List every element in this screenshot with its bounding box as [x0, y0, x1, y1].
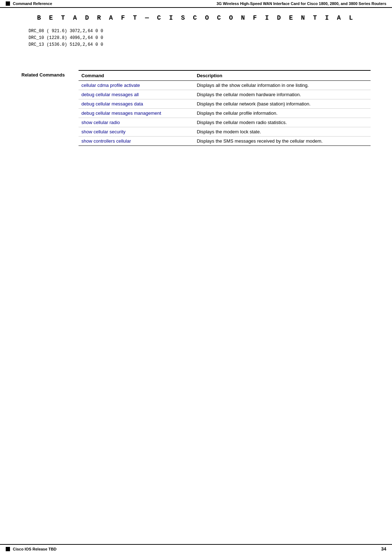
code-line-1: DRC_08 ( 921.6) 3072,2,64 0 0	[29, 28, 371, 35]
header-section: Command Reference	[13, 1, 52, 6]
description-cell: Displays the SMS messages received by th…	[194, 136, 371, 145]
col-header-description: Description	[194, 70, 371, 81]
section-label-col: Related Commands	[21, 70, 79, 146]
header-title: 3G Wireless High-Speed WAN Interface Car…	[216, 1, 386, 6]
description-cell: Displays the cellular modem radio statis…	[194, 118, 371, 127]
col-header-command: Command	[79, 70, 194, 81]
code-line-3: DRC_13 (1536.0) 5120,2,64 0 0	[29, 41, 371, 48]
command-link[interactable]: show cellular security	[81, 129, 126, 134]
command-link[interactable]: cellular cdma profile activate	[81, 83, 140, 88]
description-cell: Displays the modem lock state.	[194, 127, 371, 136]
description-cell: Displays the cellular profile informatio…	[194, 108, 371, 118]
table-row: show cellular radioDisplays the cellular…	[79, 118, 371, 127]
related-commands-table: Command Description cellular cdma profil…	[79, 70, 371, 146]
table-row: show cellular securityDisplays the modem…	[79, 127, 371, 136]
command-cell[interactable]: show controllers cellular	[79, 136, 194, 145]
table-row: debug cellular messages dataDisplays the…	[79, 99, 371, 108]
command-cell[interactable]: debug cellular messages all	[79, 90, 194, 99]
top-bar-icon	[6, 1, 10, 6]
command-link[interactable]: debug cellular messages management	[81, 110, 161, 116]
main-content: B E T A D R A F T — C I S C O C O N F I …	[0, 8, 392, 167]
description-cell: Displays all the show cellular informati…	[194, 80, 371, 90]
table-row: cellular cdma profile activateDisplays a…	[79, 80, 371, 90]
beta-draft-heading: B E T A D R A F T — C I S C O C O N F I …	[21, 8, 371, 28]
top-bar: Command Reference 3G Wireless High-Speed…	[0, 0, 392, 8]
section-divider	[21, 59, 371, 66]
description-cell: Displays the cellular network (base stat…	[194, 99, 371, 108]
top-bar-left: Command Reference	[6, 1, 52, 6]
code-line-2: DRC_10 (1228.8) 4096,2,64 0 0	[29, 35, 371, 41]
related-commands-label: Related Commands	[21, 69, 72, 78]
command-link[interactable]: show cellular radio	[81, 120, 120, 125]
bottom-bar-icon	[6, 547, 10, 551]
command-link[interactable]: debug cellular messages all	[81, 92, 139, 97]
table-row: debug cellular messages managementDispla…	[79, 108, 371, 118]
command-cell[interactable]: debug cellular messages data	[79, 99, 194, 108]
table-row: show controllers cellularDisplays the SM…	[79, 136, 371, 145]
right-table-col: Command Description cellular cdma profil…	[79, 70, 371, 146]
command-link[interactable]: show controllers cellular	[81, 138, 131, 144]
command-cell[interactable]: debug cellular messages management	[79, 108, 194, 118]
command-cell[interactable]: show cellular radio	[79, 118, 194, 127]
bottom-bar-left: Cisco IOS Release TBD	[6, 547, 56, 551]
two-col-layout: Related Commands Command Description cel…	[21, 70, 371, 146]
page-wrapper: Command Reference 3G Wireless High-Speed…	[0, 0, 392, 553]
description-cell: Displays the cellular modem hardware inf…	[194, 90, 371, 99]
code-block: DRC_08 ( 921.6) 3072,2,64 0 0 DRC_10 (12…	[21, 28, 371, 49]
command-link[interactable]: debug cellular messages data	[81, 101, 143, 107]
command-cell[interactable]: show cellular security	[79, 127, 194, 136]
table-row: debug cellular messages allDisplays the …	[79, 90, 371, 99]
page-number: 34	[381, 546, 386, 552]
footer-title: Cisco IOS Release TBD	[13, 547, 56, 551]
related-commands-section: Related Commands Command Description cel…	[21, 70, 371, 146]
command-cell[interactable]: cellular cdma profile activate	[79, 80, 194, 90]
bottom-bar: Cisco IOS Release TBD 34	[0, 544, 392, 553]
